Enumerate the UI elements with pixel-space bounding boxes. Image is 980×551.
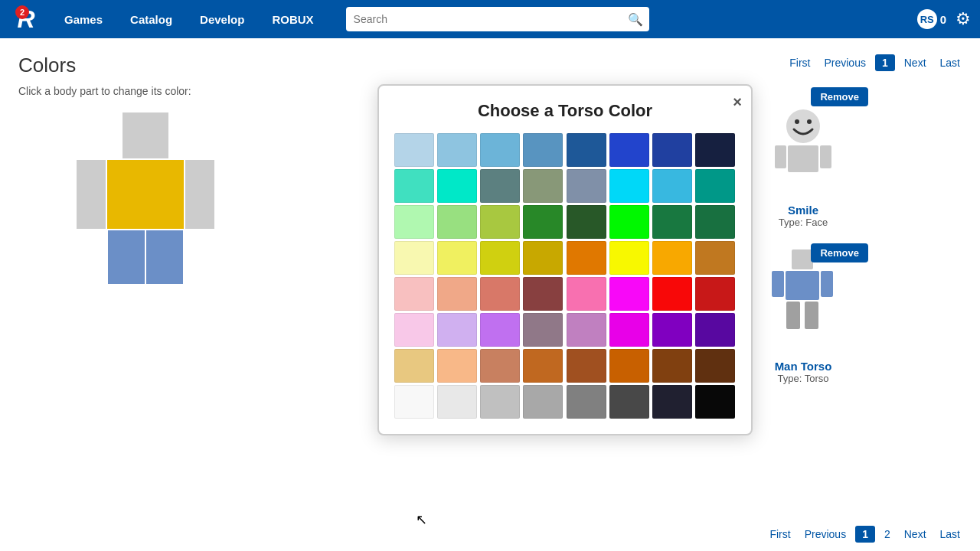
nav-right: RS 0 ⚙ <box>917 9 971 29</box>
color-swatch-5-4[interactable] <box>567 313 606 347</box>
color-swatch-6-6[interactable] <box>652 349 692 383</box>
modal-close-button[interactable]: × <box>733 93 742 111</box>
color-swatch-6-2[interactable] <box>480 349 520 383</box>
color-swatch-7-0[interactable] <box>394 385 434 419</box>
color-swatch-1-0[interactable] <box>394 169 434 203</box>
nav-robux-link[interactable]: ROBUX <box>258 0 327 38</box>
color-swatch-3-0[interactable] <box>394 241 434 275</box>
color-swatch-0-7[interactable] <box>695 133 735 167</box>
color-swatch-3-7[interactable] <box>695 241 735 275</box>
color-swatch-5-6[interactable] <box>652 313 692 347</box>
color-swatch-7-7[interactable] <box>695 385 735 419</box>
color-swatch-3-5[interactable] <box>609 241 649 275</box>
settings-icon[interactable]: ⚙ <box>956 9 971 29</box>
notification-badge: 2 <box>15 5 29 19</box>
color-swatch-2-3[interactable] <box>523 205 563 239</box>
nav-games[interactable]: Games <box>51 0 116 38</box>
color-swatch-1-6[interactable] <box>652 169 692 203</box>
color-picker-modal: Choose a Torso Color × <box>377 84 753 435</box>
color-swatch-5-2[interactable] <box>480 313 520 347</box>
color-swatch-1-1[interactable] <box>437 169 477 203</box>
color-swatch-3-2[interactable] <box>480 241 520 275</box>
color-swatch-0-5[interactable] <box>609 133 649 167</box>
color-swatch-2-0[interactable] <box>394 205 434 239</box>
color-swatch-6-0[interactable] <box>394 349 434 383</box>
color-swatch-6-7[interactable] <box>695 349 735 383</box>
color-swatch-4-1[interactable] <box>437 277 477 311</box>
color-swatch-7-3[interactable] <box>523 385 563 419</box>
color-swatch-4-7[interactable] <box>695 277 735 311</box>
color-swatch-2-5[interactable] <box>609 205 649 239</box>
color-swatch-2-7[interactable] <box>695 205 735 239</box>
search-button[interactable]: 🔍 <box>622 7 649 31</box>
color-swatch-6-1[interactable] <box>437 349 477 383</box>
modal-overlay: Choose a Torso Color × <box>0 38 980 551</box>
color-grid <box>394 133 736 419</box>
color-swatch-4-6[interactable] <box>652 277 692 311</box>
robux-amount: 0 <box>940 13 946 26</box>
color-swatch-4-0[interactable] <box>394 277 434 311</box>
color-swatch-3-4[interactable] <box>567 241 606 275</box>
color-swatch-4-3[interactable] <box>523 277 563 311</box>
color-swatch-2-6[interactable] <box>652 205 692 239</box>
color-swatch-6-4[interactable] <box>567 349 606 383</box>
search-wrap: 🔍 <box>346 7 899 31</box>
color-swatch-6-3[interactable] <box>523 349 563 383</box>
nav-develop[interactable]: Develop <box>186 0 258 38</box>
color-swatch-5-0[interactable] <box>394 313 434 347</box>
main-content: Colors Click a body part to change its c… <box>0 38 980 551</box>
color-swatch-7-4[interactable] <box>567 385 606 419</box>
color-swatch-0-4[interactable] <box>567 133 606 167</box>
nav-links: Games Catalog Develop ROBUX <box>51 0 328 38</box>
color-swatch-6-5[interactable] <box>609 349 649 383</box>
color-swatch-5-3[interactable] <box>523 313 563 347</box>
color-swatch-3-1[interactable] <box>437 241 477 275</box>
color-swatch-0-0[interactable] <box>394 133 434 167</box>
color-swatch-7-2[interactable] <box>480 385 520 419</box>
color-swatch-4-5[interactable] <box>609 277 649 311</box>
color-swatch-0-6[interactable] <box>652 133 692 167</box>
color-swatch-2-4[interactable] <box>567 205 606 239</box>
color-swatch-0-3[interactable] <box>523 133 563 167</box>
color-swatch-7-5[interactable] <box>609 385 649 419</box>
color-swatch-2-2[interactable] <box>480 205 520 239</box>
color-swatch-5-5[interactable] <box>609 313 649 347</box>
color-swatch-0-2[interactable] <box>480 133 520 167</box>
top-nav: 2 R Games Catalog Develop ROBUX 🔍 RS 0 ⚙ <box>0 0 980 38</box>
color-swatch-5-1[interactable] <box>437 313 477 347</box>
robux-display[interactable]: RS 0 <box>917 9 946 29</box>
robux-icon: RS <box>917 9 937 29</box>
color-swatch-4-2[interactable] <box>480 277 520 311</box>
color-swatch-7-1[interactable] <box>437 385 477 419</box>
nav-catalog[interactable]: Catalog <box>116 0 186 38</box>
color-swatch-2-1[interactable] <box>437 205 477 239</box>
color-swatch-1-4[interactable] <box>567 169 606 203</box>
color-swatch-0-1[interactable] <box>437 133 477 167</box>
color-swatch-1-3[interactable] <box>523 169 563 203</box>
color-swatch-4-4[interactable] <box>567 277 606 311</box>
color-swatch-1-5[interactable] <box>609 169 649 203</box>
color-swatch-5-7[interactable] <box>695 313 735 347</box>
color-swatch-1-7[interactable] <box>695 169 735 203</box>
color-swatch-7-6[interactable] <box>652 385 692 419</box>
modal-title: Choose a Torso Color <box>394 101 736 121</box>
color-swatch-1-2[interactable] <box>480 169 520 203</box>
search-input[interactable] <box>346 7 622 31</box>
color-swatch-3-3[interactable] <box>523 241 563 275</box>
logo-wrap[interactable]: 2 R <box>9 2 43 36</box>
color-swatch-3-6[interactable] <box>652 241 692 275</box>
